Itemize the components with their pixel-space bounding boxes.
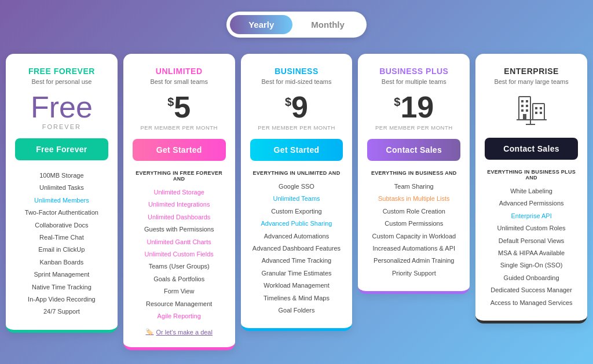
feature-item: Goals & Portfolios: [133, 273, 226, 285]
feature-item: Increased Automations & API: [367, 242, 460, 255]
feature-item: Dedicated Success Manager: [485, 284, 578, 296]
plan-price-dollar: $: [285, 95, 291, 109]
plan-card-free: FREE FOREVER Best for personal use Free …: [6, 54, 118, 333]
feature-item: Custom Role Creation: [367, 205, 460, 218]
svg-rect-3: [526, 100, 528, 102]
plan-name: UNLIMITED: [156, 67, 203, 76]
feature-item: Advanced Dashboard Features: [250, 242, 343, 255]
plan-tagline: Best for personal use: [31, 78, 91, 85]
toggle-pill: Yearly Monthly: [226, 12, 367, 38]
plan-tagline: Best for mid-sized teams: [261, 78, 331, 85]
feature-item: Google SSO: [250, 181, 343, 193]
feature-item: Unlimited Integrations: [133, 198, 226, 211]
plan-price-free: Free: [31, 92, 93, 122]
feature-item: Resource Management: [133, 298, 226, 310]
everything-label: EVERYTHING IN UNLIMITED AND: [253, 170, 341, 176]
feature-item: Sprint Management: [15, 269, 108, 281]
feature-item: Advanced Public Sharing: [250, 218, 343, 230]
plan-cta-button[interactable]: Get Started: [133, 139, 226, 161]
feature-list: Unlimited Storage Unlimited Integrations…: [133, 186, 226, 322]
feature-item: Real-Time Chat: [15, 231, 108, 244]
billing-toggle: Yearly Monthly: [6, 12, 587, 38]
feature-item: Advanced Permissions: [485, 197, 578, 209]
feature-item: Kanban Boards: [15, 256, 108, 269]
enterprise-building-icon: [513, 92, 550, 133]
feature-item: Unlimited Gantt Charts: [133, 236, 226, 248]
feature-item: Email in ClickUp: [15, 244, 108, 256]
plan-name: ENTERPRISE: [504, 67, 558, 76]
plan-name: BUSINESS PLUS: [379, 67, 448, 76]
plan-price-number: 19: [400, 92, 434, 122]
plan-price-dollar: $: [167, 95, 174, 109]
plan-price-row: $ 5: [167, 92, 191, 122]
feature-item: Native Time Tracking: [15, 281, 108, 293]
plan-price-row: $ 9: [285, 92, 308, 122]
plan-tagline: Best for many large teams: [494, 78, 568, 85]
feature-item: Advanced Automations: [250, 230, 343, 242]
feature-item: Enterprise API: [485, 210, 578, 222]
feature-item: Agile Reporting: [133, 310, 226, 322]
feature-item: Teams (User Groups): [133, 260, 226, 273]
feature-item: Unlimited Custom Fields: [133, 248, 226, 260]
feature-item: Form View: [133, 285, 226, 297]
feature-item: Goal Folders: [250, 304, 343, 317]
feature-list: White Labeling Advanced Permissions Ente…: [485, 185, 578, 309]
svg-rect-8: [535, 107, 537, 109]
feature-item: In-App Video Recording: [15, 293, 108, 306]
plan-price-per: PER MEMBER PER MONTH: [375, 124, 453, 131]
feature-list: 100MB Storage Unlimited Tasks Unlimited …: [15, 170, 108, 318]
feature-item: Custom Permissions: [367, 218, 460, 230]
feature-item: 24/7 Support: [15, 306, 108, 318]
feature-item: Access to Managed Services: [485, 297, 578, 309]
plan-cta-button[interactable]: Contact Sales: [485, 138, 578, 160]
plan-tagline: Best for multiple teams: [382, 78, 446, 85]
svg-rect-4: [521, 105, 524, 107]
feature-item: Guests with Permissions: [133, 223, 226, 236]
feature-item: Granular Time Estimates: [250, 267, 343, 280]
feature-item: Unlimited Dashboards: [133, 211, 226, 223]
feature-item: Personalized Admin Training: [367, 255, 460, 267]
plan-cta-button[interactable]: Contact Sales: [367, 139, 460, 161]
feature-item: Priority Support: [367, 267, 460, 280]
svg-rect-2: [521, 100, 524, 102]
feature-item: Two-Factor Authentication: [15, 207, 108, 219]
plan-name: FREE FOREVER: [28, 67, 95, 76]
feature-item: Timelines & Mind Maps: [250, 292, 343, 304]
deal-link[interactable]: 🏷️ Or let's make a deal: [145, 328, 212, 336]
feature-list: Google SSO Unlimited Teams Custom Export…: [250, 181, 343, 317]
feature-item: Collaborative Docs: [15, 219, 108, 231]
plan-price-per: PER MEMBER PER MONTH: [140, 124, 218, 131]
feature-item: Workload Management: [250, 280, 343, 292]
plan-card-unlimited: UNLIMITED Best for small teams $ 5 PER M…: [123, 54, 235, 350]
plan-price-number: 9: [291, 92, 308, 122]
plan-price-per: PER MEMBER PER MONTH: [258, 124, 335, 131]
svg-rect-9: [540, 107, 542, 109]
plan-cta-button[interactable]: Get Started: [250, 139, 343, 161]
feature-list: Team Sharing Subtasks in Multiple Lists …: [367, 181, 460, 280]
feature-item: Unlimited Custom Roles: [485, 222, 578, 234]
plan-card-business: BUSINESS Best for mid-sized teams $ 9 PE…: [241, 54, 353, 331]
feature-item: Unlimited Tasks: [15, 182, 108, 194]
feature-item: MSA & HIPAA Available: [485, 247, 578, 259]
feature-item: 100MB Storage: [15, 170, 108, 182]
feature-item: Unlimited Storage: [133, 186, 226, 198]
everything-label: EVERYTHING IN FREE FOREVER AND: [133, 170, 226, 182]
feature-item: Advanced Time Tracking: [250, 255, 343, 267]
plan-name: BUSINESS: [274, 67, 319, 76]
feature-item: Custom Exporting: [250, 205, 343, 218]
feature-item: Single Sign-On (SSO): [485, 259, 578, 271]
plan-price-row: $ 19: [394, 92, 434, 122]
plan-tagline: Best for small teams: [150, 78, 208, 85]
plan-price-number: 5: [174, 92, 191, 122]
feature-item: White Labeling: [485, 185, 578, 197]
yearly-toggle-btn[interactable]: Yearly: [230, 15, 292, 34]
plan-card-bizplus: BUSINESS PLUS Best for multiple teams $ …: [358, 54, 470, 294]
feature-item: Guided Onboarding: [485, 272, 578, 284]
plan-card-enterprise: ENTERPRISE Best for many large teams: [475, 54, 587, 323]
svg-rect-5: [526, 105, 528, 107]
monthly-toggle-btn[interactable]: Monthly: [292, 15, 363, 34]
feature-item: Default Personal Views: [485, 235, 578, 247]
plan-cta-button[interactable]: Free Forever: [15, 138, 108, 160]
feature-item: Unlimited Teams: [250, 193, 343, 205]
deal-link-text: Or let's make a deal: [156, 329, 212, 336]
